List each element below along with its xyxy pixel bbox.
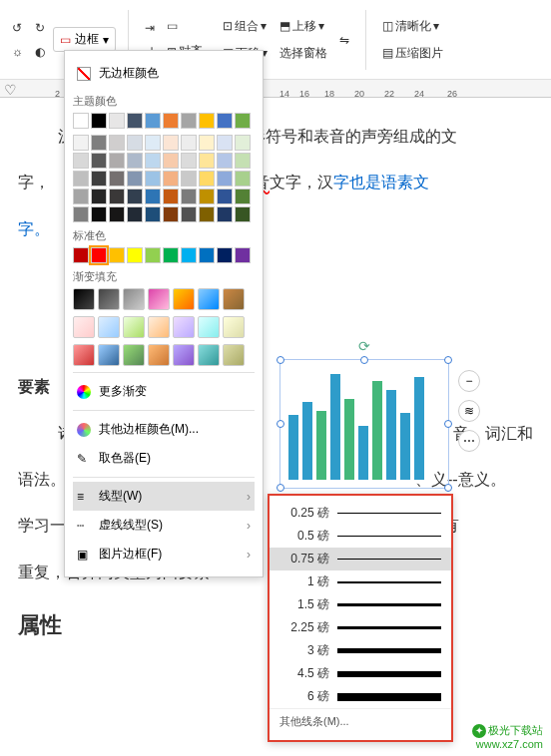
resize-handle[interactable] xyxy=(276,420,284,428)
color-swatch[interactable] xyxy=(145,171,161,187)
gradient-swatch[interactable] xyxy=(123,316,145,338)
gradient-swatch[interactable] xyxy=(223,316,245,338)
color-swatch[interactable] xyxy=(145,189,161,204)
color-swatch[interactable] xyxy=(199,135,215,151)
gradient-swatch[interactable] xyxy=(173,288,195,310)
chart-bar[interactable] xyxy=(400,413,410,480)
color-swatch[interactable] xyxy=(73,206,89,222)
color-swatch[interactable] xyxy=(127,153,143,169)
color-swatch[interactable] xyxy=(217,189,233,204)
color-swatch[interactable] xyxy=(163,171,179,187)
gradient-swatch[interactable] xyxy=(198,344,220,366)
chart-bar[interactable] xyxy=(316,411,326,480)
line-weight-option[interactable]: 4.5 磅 xyxy=(270,662,451,685)
indent-icon[interactable]: ⇥ xyxy=(141,19,159,37)
gradient-swatch[interactable] xyxy=(123,288,145,310)
gradient-swatch[interactable] xyxy=(73,288,95,310)
resize-handle[interactable] xyxy=(360,356,368,364)
color-swatch[interactable] xyxy=(127,171,143,187)
line-weight-option[interactable]: 0.75 磅 xyxy=(270,548,451,570)
color-swatch[interactable] xyxy=(181,135,197,151)
color-swatch[interactable] xyxy=(163,206,179,222)
resize-handle[interactable] xyxy=(276,484,284,492)
color-swatch[interactable] xyxy=(145,113,161,129)
color-swatch[interactable] xyxy=(199,189,215,204)
color-swatch[interactable] xyxy=(217,171,233,187)
color-swatch[interactable] xyxy=(163,135,179,151)
gradient-swatch[interactable] xyxy=(223,288,245,310)
color-swatch[interactable] xyxy=(127,189,143,204)
group-button[interactable]: ⊡ 组合 ▾ xyxy=(219,16,272,37)
line-weight-option[interactable]: 0.5 磅 xyxy=(270,525,451,548)
eyedropper-item[interactable]: ✎ 取色器(E) xyxy=(73,444,255,473)
contrast-icon[interactable]: ◐ xyxy=(31,43,49,61)
color-swatch[interactable] xyxy=(91,189,107,204)
ruler-marker-icon[interactable]: ♡ xyxy=(4,82,17,98)
hyperlink[interactable]: 字也是语素文 xyxy=(333,174,429,190)
chart-more-button[interactable]: ⋯ xyxy=(458,430,480,452)
color-swatch[interactable] xyxy=(109,113,125,129)
line-weight-option[interactable]: 2.25 磅 xyxy=(270,616,451,639)
resize-handle[interactable] xyxy=(444,484,452,492)
color-swatch[interactable] xyxy=(217,206,233,222)
crop-icon[interactable]: ▭ xyxy=(163,17,215,35)
color-swatch[interactable] xyxy=(235,247,251,263)
color-swatch[interactable] xyxy=(73,247,89,263)
border-dropdown-button[interactable]: ▭ 边框 ▾ xyxy=(53,27,116,52)
color-swatch[interactable] xyxy=(127,113,143,129)
color-swatch[interactable] xyxy=(163,113,179,129)
color-swatch[interactable] xyxy=(181,153,197,169)
line-weight-option[interactable]: 1.5 磅 xyxy=(270,593,451,616)
color-swatch[interactable] xyxy=(91,153,107,169)
color-swatch[interactable] xyxy=(181,113,197,129)
color-swatch[interactable] xyxy=(73,153,89,169)
color-swatch[interactable] xyxy=(199,153,215,169)
color-swatch[interactable] xyxy=(181,206,197,222)
color-swatch[interactable] xyxy=(109,153,125,169)
chart-bar[interactable] xyxy=(302,402,312,480)
color-swatch[interactable] xyxy=(73,135,89,151)
more-lines-item[interactable]: 其他线条(M)... xyxy=(270,708,451,734)
color-swatch[interactable] xyxy=(199,206,215,222)
color-swatch[interactable] xyxy=(181,171,197,187)
color-swatch[interactable] xyxy=(235,171,251,187)
gradient-swatch[interactable] xyxy=(98,344,120,366)
flip-icon[interactable]: ⇋ xyxy=(335,31,353,49)
color-swatch[interactable] xyxy=(235,189,251,204)
line-weight-option[interactable]: 0.25 磅 xyxy=(270,502,451,525)
line-weight-option[interactable]: 3 磅 xyxy=(270,639,451,662)
gradient-swatch[interactable] xyxy=(148,344,170,366)
chart-bar[interactable] xyxy=(358,426,368,480)
color-swatch[interactable] xyxy=(91,206,107,222)
color-swatch[interactable] xyxy=(109,247,125,263)
chart-bar[interactable] xyxy=(344,399,354,480)
gradient-swatch[interactable] xyxy=(98,316,120,338)
more-gradient-item[interactable]: 更多渐变 xyxy=(73,377,255,406)
color-swatch[interactable] xyxy=(127,135,143,151)
chart-collapse-button[interactable]: − xyxy=(458,370,480,392)
color-swatch[interactable] xyxy=(145,206,161,222)
rotate-right-icon[interactable]: ↻ xyxy=(31,19,49,37)
color-swatch[interactable] xyxy=(163,153,179,169)
gradient-swatch[interactable] xyxy=(73,316,95,338)
color-swatch[interactable] xyxy=(73,113,89,129)
color-swatch[interactable] xyxy=(235,153,251,169)
color-swatch[interactable] xyxy=(217,153,233,169)
color-swatch[interactable] xyxy=(109,206,125,222)
color-swatch[interactable] xyxy=(91,135,107,151)
color-swatch[interactable] xyxy=(145,135,161,151)
chart-filter-button[interactable]: ≋ xyxy=(458,400,480,422)
gradient-swatch[interactable] xyxy=(148,316,170,338)
color-swatch[interactable] xyxy=(91,171,107,187)
more-border-colors-item[interactable]: 其他边框颜色(M)... xyxy=(73,415,255,444)
color-swatch[interactable] xyxy=(145,153,161,169)
resize-handle[interactable] xyxy=(444,420,452,428)
color-swatch[interactable] xyxy=(109,189,125,204)
color-swatch[interactable] xyxy=(91,113,107,129)
gradient-swatch[interactable] xyxy=(148,288,170,310)
color-swatch[interactable] xyxy=(109,171,125,187)
color-swatch[interactable] xyxy=(235,135,251,151)
gradient-swatch[interactable] xyxy=(223,344,245,366)
move-up-button[interactable]: ⬒ 上移 ▾ xyxy=(276,16,331,37)
picture-border-item[interactable]: ▣ 图片边框(F) › xyxy=(73,540,255,568)
